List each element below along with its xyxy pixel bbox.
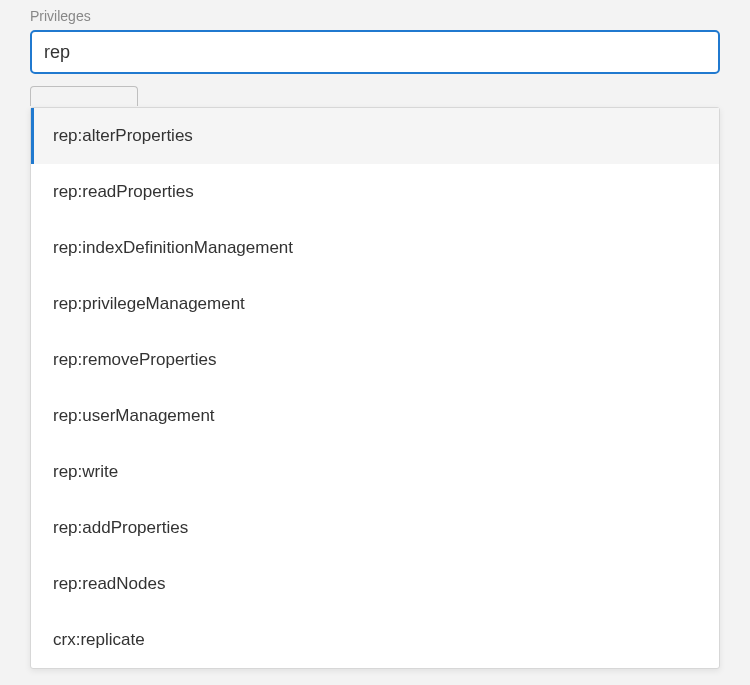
dropdown-item-label: rep:removeProperties — [53, 350, 216, 370]
dropdown-item-label: rep:userManagement — [53, 406, 215, 426]
dropdown-item-label: rep:addProperties — [53, 518, 188, 538]
chip-stub — [30, 86, 138, 106]
dropdown-item[interactable]: rep:indexDefinitionManagement — [31, 220, 719, 276]
dropdown-item[interactable]: crx:replicate — [31, 612, 719, 668]
dropdown-item-label: rep:indexDefinitionManagement — [53, 238, 293, 258]
dropdown-item[interactable]: rep:readProperties — [31, 164, 719, 220]
dropdown-item-label: rep:readNodes — [53, 574, 165, 594]
dropdown-item[interactable]: rep:readNodes — [31, 556, 719, 612]
dropdown-item-label: rep:privilegeManagement — [53, 294, 245, 314]
dropdown-item[interactable]: rep:removeProperties — [31, 332, 719, 388]
dropdown-item[interactable]: rep:userManagement — [31, 388, 719, 444]
dropdown-item-label: rep:write — [53, 462, 118, 482]
dropdown-item[interactable]: rep:addProperties — [31, 500, 719, 556]
dropdown-item[interactable]: rep:privilegeManagement — [31, 276, 719, 332]
dropdown-item-label: rep:readProperties — [53, 182, 194, 202]
field-container: Privileges — [0, 8, 750, 74]
privileges-label: Privileges — [30, 8, 720, 24]
input-wrap — [30, 30, 720, 74]
privileges-dropdown: rep:alterPropertiesrep:readPropertiesrep… — [30, 107, 720, 669]
dropdown-item-label: crx:replicate — [53, 630, 145, 650]
dropdown-item-label: rep:alterProperties — [53, 126, 193, 146]
dropdown-item[interactable]: rep:write — [31, 444, 719, 500]
dropdown-item[interactable]: rep:alterProperties — [31, 108, 719, 164]
privileges-input[interactable] — [30, 30, 720, 74]
